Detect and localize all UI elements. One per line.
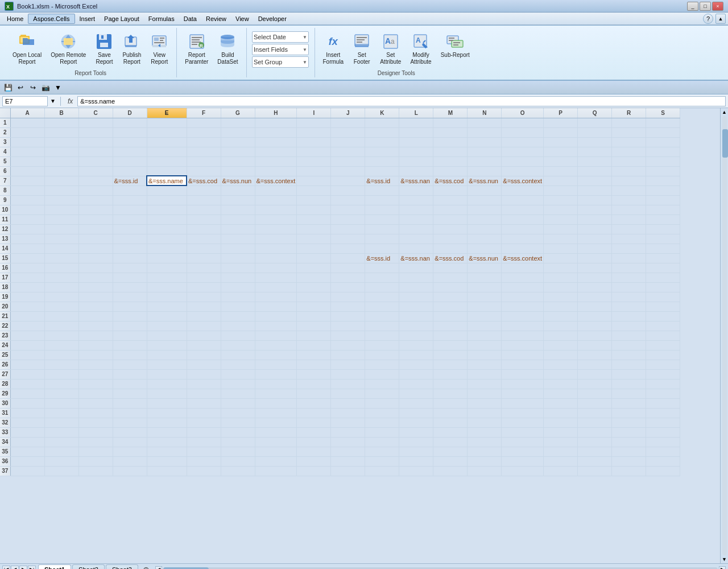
cell-B14[interactable] xyxy=(44,244,78,253)
cell-J3[interactable] xyxy=(331,137,365,147)
cell-E3[interactable] xyxy=(147,137,187,147)
cell-J37[interactable] xyxy=(331,466,365,476)
cell-Q34[interactable] xyxy=(578,437,612,447)
cell-I20[interactable] xyxy=(297,302,331,311)
publish-report-button[interactable]: PublishReport xyxy=(119,30,144,68)
sheet-nav-last[interactable]: ▶| xyxy=(28,566,36,570)
cell-S3[interactable] xyxy=(646,137,680,147)
cell-S28[interactable] xyxy=(646,379,680,389)
cell-R10[interactable] xyxy=(612,205,646,215)
cell-G8[interactable] xyxy=(221,185,255,195)
cell-C20[interactable] xyxy=(78,302,113,311)
cell-R12[interactable] xyxy=(612,224,646,234)
cell-R28[interactable] xyxy=(612,379,646,389)
cell-C35[interactable] xyxy=(78,447,113,456)
cell-I19[interactable] xyxy=(297,292,331,302)
cell-K27[interactable] xyxy=(365,369,399,379)
cell-S25[interactable] xyxy=(646,350,680,360)
cell-M6[interactable] xyxy=(433,166,468,176)
cell-E11[interactable] xyxy=(147,215,187,224)
cell-K5[interactable] xyxy=(365,156,399,166)
cell-A22[interactable] xyxy=(10,321,44,331)
cell-S37[interactable] xyxy=(646,466,680,476)
cell-K22[interactable] xyxy=(365,321,399,331)
cell-E13[interactable] xyxy=(147,234,187,244)
cell-L37[interactable] xyxy=(399,466,433,476)
cell-A34[interactable] xyxy=(10,437,44,447)
cell-O8[interactable] xyxy=(502,185,544,195)
cell-F15[interactable] xyxy=(187,253,221,263)
cell-C13[interactable] xyxy=(78,234,113,244)
cell-S31[interactable] xyxy=(646,408,680,418)
cell-H36[interactable] xyxy=(255,456,297,466)
cell-J8[interactable] xyxy=(331,185,365,195)
cell-S32[interactable] xyxy=(646,418,680,427)
cell-L14[interactable] xyxy=(399,244,433,253)
cell-O28[interactable] xyxy=(502,379,544,389)
cell-F27[interactable] xyxy=(187,369,221,379)
cell-R27[interactable] xyxy=(612,369,646,379)
cell-G16[interactable] xyxy=(221,263,255,273)
cell-I28[interactable] xyxy=(297,379,331,389)
cell-M26[interactable] xyxy=(433,360,468,369)
cell-F8[interactable] xyxy=(187,185,221,195)
cell-S5[interactable] xyxy=(646,156,680,166)
cell-M36[interactable] xyxy=(433,456,468,466)
cell-O15[interactable]: &=sss.context xyxy=(502,253,544,263)
cell-H19[interactable] xyxy=(255,292,297,302)
cell-D26[interactable] xyxy=(113,360,147,369)
row-header-14[interactable]: 14 xyxy=(0,244,10,253)
col-header-P[interactable]: P xyxy=(544,108,578,118)
cell-P26[interactable] xyxy=(544,360,578,369)
cell-H11[interactable] xyxy=(255,215,297,224)
col-header-E[interactable]: E xyxy=(147,108,187,118)
cell-N30[interactable] xyxy=(468,398,502,408)
cell-D27[interactable] xyxy=(113,369,147,379)
cell-M32[interactable] xyxy=(433,418,468,427)
cell-L16[interactable] xyxy=(399,263,433,273)
cell-L29[interactable] xyxy=(399,389,433,398)
cell-G26[interactable] xyxy=(221,360,255,369)
cell-P21[interactable] xyxy=(544,311,578,321)
cell-D30[interactable] xyxy=(113,398,147,408)
cell-K8[interactable] xyxy=(365,185,399,195)
cell-S14[interactable] xyxy=(646,244,680,253)
cell-P18[interactable] xyxy=(544,282,578,292)
cell-J28[interactable] xyxy=(331,379,365,389)
cell-H23[interactable] xyxy=(255,331,297,340)
row-header-7[interactable]: 7 xyxy=(0,176,10,185)
cell-G2[interactable] xyxy=(221,127,255,137)
cell-N12[interactable] xyxy=(468,224,502,234)
cell-I3[interactable] xyxy=(297,137,331,147)
cell-A29[interactable] xyxy=(10,389,44,398)
cell-K18[interactable] xyxy=(365,282,399,292)
cell-D12[interactable] xyxy=(113,224,147,234)
cell-B19[interactable] xyxy=(44,292,78,302)
cell-L18[interactable] xyxy=(399,282,433,292)
cell-Q31[interactable] xyxy=(578,408,612,418)
cell-O26[interactable] xyxy=(502,360,544,369)
cell-H7[interactable]: &=sss.context xyxy=(255,176,297,185)
cell-G15[interactable] xyxy=(221,253,255,263)
cell-P6[interactable] xyxy=(544,166,578,176)
cell-R23[interactable] xyxy=(612,331,646,340)
horizontal-scrollbar[interactable]: ◀ ▶ xyxy=(155,564,726,569)
cell-D13[interactable] xyxy=(113,234,147,244)
cell-R9[interactable] xyxy=(612,195,646,205)
cell-K9[interactable] xyxy=(365,195,399,205)
sub-report-button[interactable]: Sub-Report xyxy=(437,30,473,61)
cell-E25[interactable] xyxy=(147,350,187,360)
cell-B35[interactable] xyxy=(44,447,78,456)
cell-K23[interactable] xyxy=(365,331,399,340)
cell-A12[interactable] xyxy=(10,224,44,234)
cell-L26[interactable] xyxy=(399,360,433,369)
col-header-L[interactable]: L xyxy=(399,108,433,118)
col-header-O[interactable]: O xyxy=(502,108,544,118)
report-param-button[interactable]: R ReportParamter xyxy=(181,30,212,68)
cell-S1[interactable] xyxy=(646,118,680,127)
cell-B7[interactable] xyxy=(44,176,78,185)
cell-G1[interactable] xyxy=(221,118,255,127)
col-header-S[interactable]: S xyxy=(646,108,680,118)
cell-D15[interactable] xyxy=(113,253,147,263)
cell-M22[interactable] xyxy=(433,321,468,331)
